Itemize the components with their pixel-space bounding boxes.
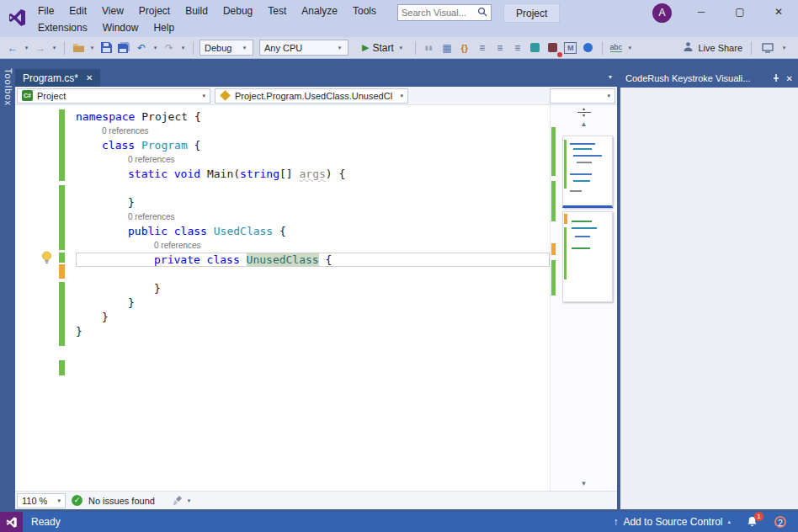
code-line[interactable] [76, 181, 550, 195]
pin-icon[interactable] [772, 73, 780, 84]
menu-item[interactable]: Test [260, 3, 294, 19]
split-window-handle[interactable]: ▴ ▾ [577, 107, 591, 118]
breakpoint-window-icon[interactable] [545, 40, 561, 56]
open-folder-icon[interactable] [71, 40, 86, 56]
change-mark [59, 185, 65, 250]
markdown-icon[interactable]: M [563, 40, 578, 56]
code-token: Project { [141, 110, 200, 123]
save-icon[interactable] [98, 40, 114, 56]
minimize-button[interactable]: ─ [682, 0, 721, 24]
visual-studio-window: FileEditViewProjectBuildDebugTestAnalyze… [0, 0, 798, 532]
flag-icon[interactable] [528, 40, 543, 56]
quick-actions-lightbulb-icon[interactable] [40, 251, 53, 267]
alert-count-badge[interactable]: 2 [774, 516, 786, 528]
menu-item[interactable]: Window [95, 20, 146, 35]
menu-item[interactable]: File [30, 3, 61, 19]
code-line[interactable]: } [76, 295, 550, 310]
notifications-bell-icon[interactable]: 1 [746, 515, 759, 529]
tool-window-close-icon[interactable]: ✕ [786, 74, 793, 83]
account-avatar[interactable]: A [652, 3, 672, 23]
close-button[interactable]: ✕ [759, 0, 798, 24]
visual-studio-logo-icon [7, 8, 27, 30]
code-token: public class [128, 225, 214, 237]
location-pin-icon[interactable] [581, 40, 596, 56]
feedback-icon[interactable] [760, 40, 775, 56]
menu-item[interactable]: Help [146, 20, 182, 35]
code-line[interactable]: public class UsedClass { [76, 224, 550, 238]
tab-close-icon[interactable]: ✕ [86, 73, 93, 82]
spell-check-icon[interactable]: abc [609, 40, 624, 56]
start-label: Start [372, 42, 393, 54]
menu-item[interactable]: Debug [215, 3, 260, 19]
code-line[interactable]: static void Main(string[] args) { [76, 167, 550, 181]
navigate-forward-dropdown-icon[interactable]: ▾ [51, 45, 58, 51]
start-debugging-button[interactable]: ▶ Start ▾ [358, 40, 409, 56]
menu-item[interactable]: Analyze [294, 3, 345, 19]
solution-platform-combo[interactable]: Any CPU ▾ [259, 40, 348, 56]
search-input[interactable] [402, 8, 477, 18]
code-line[interactable]: } [76, 324, 550, 338]
code-cleanup-button[interactable]: ▾ [173, 495, 193, 506]
code-minimap[interactable] [562, 136, 613, 304]
code-line[interactable]: private class UnusedClass { [76, 253, 550, 267]
map-mark-track [551, 125, 556, 471]
save-all-icon[interactable] [116, 40, 131, 56]
solution-name-badge[interactable]: Project [503, 3, 560, 23]
code-line[interactable]: class Program { [76, 138, 550, 152]
code-line[interactable]: } [76, 310, 550, 324]
zoom-level-dropdown[interactable]: 110 % ▾ [17, 493, 66, 508]
menu-item[interactable]: Extensions [30, 20, 95, 35]
navigate-back-icon[interactable]: ← [5, 40, 20, 56]
map-change-mark [551, 243, 556, 255]
status-logo-icon[interactable] [0, 512, 23, 532]
maximize-button[interactable]: ▢ [721, 0, 759, 24]
type-member-dropdown[interactable]: Project.Program.UsedClass.UnusedCl ▾ [215, 88, 408, 104]
scroll-down-icon[interactable]: ▼ [551, 480, 617, 487]
code-token: static void [128, 168, 207, 180]
map-change-mark [551, 260, 556, 295]
project-dropdown[interactable]: C# Project ▾ [17, 88, 210, 104]
code-line[interactable]: namespace Project { [76, 109, 550, 124]
indent-list-icon[interactable]: ≡ [492, 40, 508, 56]
toolbox-tab[interactable]: Toolbox [0, 63, 15, 111]
document-tab[interactable]: Program.cs* ✕ [15, 69, 100, 87]
tool-window-header[interactable]: CodeRush Keystroke Visuali... ✕ [620, 69, 798, 88]
undo-icon[interactable]: ↶ [134, 40, 149, 56]
open-dropdown-icon[interactable]: ▾ [88, 45, 96, 51]
scrollbar-column[interactable]: ▴ ▾ ▲ ▼ [550, 105, 617, 491]
line-list-icon[interactable]: ≡ [475, 40, 490, 56]
code-line[interactable]: } [76, 195, 550, 210]
preview-window-icon[interactable]: ▦ [439, 40, 455, 56]
comment-list-icon[interactable]: ≡ [510, 40, 525, 56]
start-dropdown-icon[interactable]: ▾ [397, 45, 405, 51]
codelens-references[interactable]: 0 references [76, 152, 550, 167]
menu-item[interactable]: Tools [345, 3, 384, 19]
scroll-up-icon[interactable]: ▲ [551, 120, 617, 128]
navigate-forward-icon[interactable]: → [33, 40, 48, 56]
menu-item[interactable]: Build [178, 3, 215, 19]
code-line[interactable] [76, 267, 550, 281]
document-health-status[interactable]: No issues found [88, 496, 155, 506]
spell-check-dropdown-icon[interactable]: ▾ [626, 45, 634, 51]
minimap-code-line [564, 214, 567, 224]
menu-item[interactable]: Project [131, 3, 178, 19]
member-dropdown[interactable]: ▾ [550, 88, 615, 104]
code-editor[interactable]: namespace Project {0 referencesclass Pro… [15, 105, 617, 491]
code-line[interactable]: } [76, 281, 550, 295]
quick-search-box[interactable] [397, 4, 492, 21]
menu-item[interactable]: View [94, 3, 131, 19]
menu-item[interactable]: Edit [61, 3, 94, 19]
play-icon: ▶ [362, 42, 369, 53]
undo-dropdown-icon[interactable]: ▾ [152, 45, 159, 51]
feedback-dropdown-icon[interactable]: ▾ [780, 45, 788, 51]
solution-configuration-combo[interactable]: Debug ▾ [200, 40, 253, 56]
add-to-source-control-button[interactable]: ↑ Add to Source Control ▴ [613, 516, 731, 528]
codelens-references[interactable]: 0 references [76, 124, 550, 138]
codelens-references[interactable]: 0 references [76, 210, 550, 224]
navigate-back-dropdown-icon[interactable]: ▾ [23, 45, 30, 51]
document-list-dropdown-icon[interactable]: ▾ [609, 73, 612, 81]
class-icon [220, 90, 231, 101]
codelens-references[interactable]: 0 references [76, 238, 550, 253]
braces-icon[interactable]: {} [457, 40, 472, 56]
live-share-button[interactable]: Live Share [683, 41, 742, 54]
